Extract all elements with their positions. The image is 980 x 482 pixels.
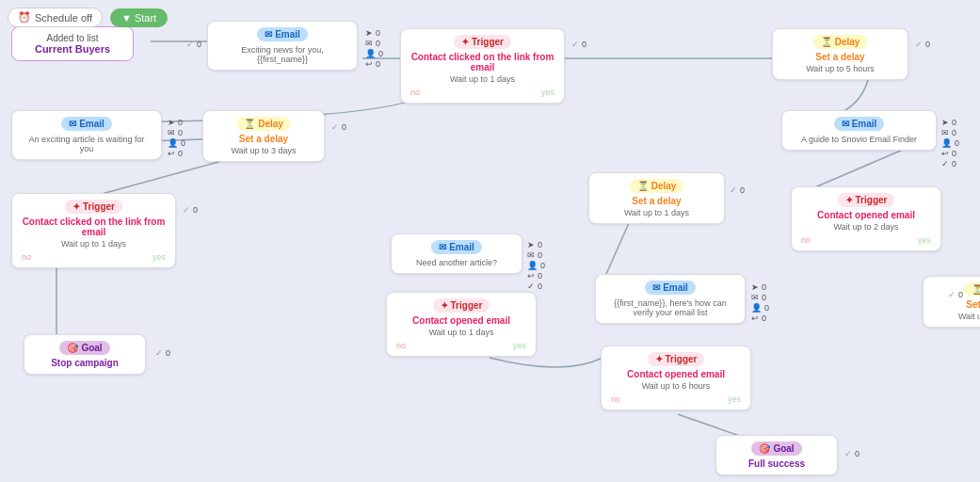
star4-icon: ✦ bbox=[845, 195, 853, 205]
delay3-wait: Wait up to 1 days bbox=[599, 208, 715, 217]
trigger3-no: no bbox=[396, 341, 406, 350]
trigger3-wait: Wait up to 1 days bbox=[396, 328, 526, 337]
email4-chip: ✉ Email bbox=[834, 117, 885, 131]
delay4-wait: Wait up to 3 days bbox=[933, 312, 980, 321]
delay2-chip: ⏳ Delay bbox=[236, 117, 291, 131]
goal2-icon: 🎯 bbox=[759, 443, 770, 454]
email4-stats: ➤0 ✉0 👤0 ↩0 ✓0 bbox=[941, 118, 959, 169]
trigger3-title: Contact opened email bbox=[396, 315, 526, 326]
email5-content: {{first_name}}, here's how can verify yo… bbox=[605, 298, 735, 317]
email4-icon: ✉ bbox=[842, 119, 849, 129]
trigger4-wait: Wait up to 2 days bbox=[801, 222, 931, 232]
schedule-button[interactable]: ⏰ Schedule off bbox=[8, 8, 103, 27]
trigger4-yes: yes bbox=[918, 235, 931, 245]
delay4-node[interactable]: ⏳ Delay Set a delay Wait up to 3 days bbox=[923, 276, 980, 328]
goal1-node[interactable]: 🎯 Goal Stop campaign bbox=[24, 334, 146, 375]
delay2-title: Set a delay bbox=[213, 134, 314, 144]
delay4-title: Set a delay bbox=[933, 299, 980, 310]
email5-stats: ➤0 ✉0 👤0 ↩0 bbox=[751, 282, 769, 323]
email3-stats: ➤0 ✉0 👤0 ↩0 ✓0 bbox=[527, 240, 545, 291]
added-check: ✓ 0 bbox=[186, 40, 201, 49]
email3-chip: ✉ Email bbox=[431, 240, 482, 254]
trigger4-node[interactable]: ✦ Trigger Contact opened email Wait up t… bbox=[791, 186, 941, 251]
email2-icon: ✉ bbox=[69, 119, 76, 129]
email5-chip: ✉ Email bbox=[645, 281, 696, 295]
email4-content: A guide to Snovio Email Finder bbox=[792, 135, 926, 144]
schedule-label: Schedule off bbox=[35, 12, 92, 24]
trigger4-chip: ✦ Trigger bbox=[838, 193, 895, 207]
email4-node[interactable]: ✉ Email A guide to Snovio Email Finder bbox=[781, 110, 937, 151]
hourglass2-icon: ⏳ bbox=[244, 119, 255, 129]
star-icon: ✦ bbox=[461, 37, 469, 47]
goal2-title: Full success bbox=[726, 458, 827, 469]
trigger3-yesno: no yes bbox=[396, 341, 526, 350]
trigger5-no: no bbox=[611, 394, 620, 404]
trigger5-yesno: no yes bbox=[611, 394, 741, 404]
trigger2-node[interactable]: ✦ Trigger Contact clicked on the link fr… bbox=[11, 193, 176, 268]
goal1-check: ✓0 bbox=[155, 348, 170, 358]
trigger2-wait: Wait up to 1 days bbox=[22, 239, 166, 249]
trigger3-node[interactable]: ✦ Trigger Contact opened email Wait up t… bbox=[386, 292, 537, 357]
trigger4-yesno: no yes bbox=[801, 235, 931, 245]
delay1-wait: Wait up to 5 hours bbox=[782, 64, 898, 73]
delay3-title: Set a delay bbox=[599, 196, 715, 206]
email3-content: Need another article? bbox=[401, 258, 512, 267]
toolbar: ⏰ Schedule off ▼ Start bbox=[8, 8, 168, 27]
goal2-node[interactable]: 🎯 Goal Full success bbox=[715, 435, 838, 475]
email1-content: Exciting news for you, {{first_name}} bbox=[217, 45, 347, 64]
trigger2-yesno: no yes bbox=[22, 252, 166, 262]
email1-node[interactable]: ✉ Email Exciting news for you, {{first_n… bbox=[207, 21, 358, 71]
trigger4-no: no bbox=[801, 235, 811, 245]
delay2-wait: Wait up to 3 days bbox=[213, 146, 314, 155]
delay4-check: ✓0 bbox=[948, 290, 963, 299]
email3-icon: ✉ bbox=[439, 242, 446, 252]
delay2-check: ✓0 bbox=[331, 122, 346, 132]
added-to-list-node[interactable]: Added to list Current Buyers bbox=[11, 26, 134, 61]
trigger2-chip: ✦ Trigger bbox=[65, 200, 122, 214]
goal1-chip: 🎯 Goal bbox=[59, 341, 109, 355]
trigger2-yes: yes bbox=[153, 252, 166, 262]
check-icon: ✓ bbox=[186, 40, 194, 49]
hourglass3-icon: ⏳ bbox=[637, 181, 649, 191]
delay3-node[interactable]: ⏳ Delay Set a delay Wait up to 1 days bbox=[588, 172, 725, 224]
email-icon: ✉ bbox=[265, 29, 272, 40]
delay1-chip: ⏳ Delay bbox=[813, 35, 868, 49]
trigger5-yes: yes bbox=[728, 394, 741, 404]
email5-icon: ✉ bbox=[652, 282, 660, 293]
trigger1-yesno: no yes bbox=[410, 88, 554, 97]
trigger1-no: no bbox=[410, 88, 420, 97]
trigger1-node[interactable]: ✦ Trigger Contact clicked on the link fr… bbox=[400, 28, 565, 104]
trigger3-yes: yes bbox=[513, 341, 526, 350]
trigger1-title: Contact clicked on the link from email bbox=[410, 52, 554, 72]
email1-stats: ➤0 ✉0 👤0 ↩0 bbox=[365, 28, 383, 69]
start-button[interactable]: ▼ Start bbox=[110, 8, 168, 27]
trigger5-wait: Wait up to 6 hours bbox=[611, 381, 741, 391]
trigger5-node[interactable]: ✦ Trigger Contact opened email Wait up t… bbox=[601, 345, 751, 410]
trigger4-title: Contact opened email bbox=[801, 210, 931, 220]
goal2-check: ✓0 bbox=[844, 449, 860, 458]
trigger1-chip: ✦ Trigger bbox=[454, 35, 511, 49]
email5-node[interactable]: ✉ Email {{first_name}}, here's how can v… bbox=[595, 274, 746, 324]
goal2-chip: 🎯 Goal bbox=[751, 442, 801, 456]
trigger2-check: ✓0 bbox=[183, 205, 198, 215]
delay1-node[interactable]: ⏳ Delay Set a delay Wait up to 5 hours bbox=[772, 28, 908, 80]
email3-node[interactable]: ✉ Email Need another article? bbox=[391, 233, 522, 274]
delay3-chip: ⏳ Delay bbox=[630, 179, 684, 193]
delay2-node[interactable]: ⏳ Delay Set a delay Wait up to 3 days bbox=[202, 110, 325, 162]
email1-chip: ✉ Email bbox=[257, 27, 308, 41]
trigger1-yes: yes bbox=[541, 88, 554, 97]
trigger5-chip: ✦ Trigger bbox=[648, 352, 705, 366]
clock-icon: ⏰ bbox=[18, 11, 31, 24]
trigger5-title: Contact opened email bbox=[611, 369, 741, 379]
trigger2-no: no bbox=[22, 252, 31, 262]
hourglass-icon: ⏳ bbox=[821, 37, 832, 47]
delay4-chip: ⏳ Delay bbox=[964, 282, 980, 297]
email2-stats: ➤0 ✉0 👤0 ↩0 bbox=[168, 118, 185, 158]
delay1-title: Set a delay bbox=[782, 52, 898, 62]
goal1-icon: 🎯 bbox=[67, 343, 78, 353]
email2-node[interactable]: ✉ Email An exciting article is waiting f… bbox=[11, 110, 162, 160]
star3-icon: ✦ bbox=[441, 300, 448, 311]
email2-content: An exciting article is waiting for you bbox=[22, 135, 152, 153]
trigger3-chip: ✦ Trigger bbox=[433, 298, 490, 313]
delay1-check: ✓0 bbox=[915, 40, 930, 49]
